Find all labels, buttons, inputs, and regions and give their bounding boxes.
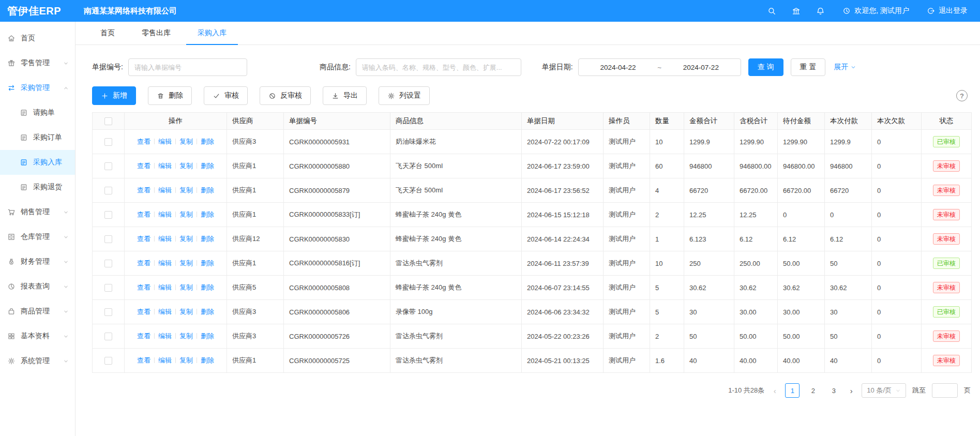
row-checkbox[interactable] [104, 138, 112, 146]
select-all-checkbox[interactable] [104, 117, 112, 125]
row-action-0[interactable]: 查看 [137, 356, 150, 364]
row-action-3[interactable]: 删除 [201, 332, 214, 340]
sidebar-item-2[interactable]: 采购管理 [0, 76, 75, 100]
row-action-2[interactable]: 复制 [179, 308, 193, 315]
row-action-1[interactable]: 编辑 [158, 259, 172, 267]
sidebar-item-5[interactable]: 采购入库 [0, 150, 75, 175]
row-action-0[interactable]: 查看 [137, 283, 150, 291]
welcome-user[interactable]: 欢迎您, 测试用户 [842, 6, 909, 16]
row-action-0[interactable]: 查看 [137, 332, 150, 340]
row-action-0[interactable]: 查看 [137, 138, 150, 145]
row-checkbox[interactable] [104, 333, 112, 340]
row-checkbox[interactable] [104, 357, 112, 365]
row-checkbox[interactable] [104, 235, 112, 243]
tab-0[interactable]: 首页 [87, 22, 128, 44]
bank-icon[interactable] [792, 7, 801, 16]
row-action-3[interactable]: 删除 [201, 283, 214, 291]
row-action-3[interactable]: 删除 [201, 235, 214, 243]
row-action-1[interactable]: 编辑 [158, 235, 172, 243]
row-action-3[interactable]: 删除 [201, 211, 214, 218]
page-button-3[interactable]: 3 [826, 383, 841, 398]
sidebar-item-6[interactable]: 采购退货 [0, 175, 75, 200]
sidebar-item-11[interactable]: 商品管理 [0, 299, 75, 324]
row-action-1[interactable]: 编辑 [158, 283, 172, 291]
bill-no-input[interactable] [128, 58, 247, 76]
help-icon[interactable]: ? [956, 90, 968, 101]
gift-icon [7, 59, 16, 67]
row-action-1[interactable]: 编辑 [158, 356, 172, 364]
sidebar-item-3[interactable]: 请购单 [0, 100, 75, 125]
row-checkbox[interactable] [104, 260, 112, 267]
audit-button[interactable]: 审核 [204, 86, 248, 105]
action-divider [197, 284, 197, 290]
row-action-2[interactable]: 复制 [179, 162, 193, 170]
cell-supplier: 供应商1 [227, 251, 284, 276]
row-checkbox[interactable] [104, 211, 112, 219]
goods-input[interactable] [356, 58, 521, 76]
sidebar-item-1[interactable]: 零售管理 [0, 51, 75, 76]
row-action-0[interactable]: 查看 [137, 259, 150, 267]
tab-1[interactable]: 零售出库 [128, 22, 184, 44]
row-action-3[interactable]: 删除 [201, 162, 214, 170]
row-action-3[interactable]: 删除 [201, 356, 214, 364]
sidebar-item-4[interactable]: 采购订单 [0, 125, 75, 150]
row-checkbox[interactable] [104, 187, 112, 194]
search-icon[interactable] [767, 7, 776, 16]
search-button[interactable]: 查 询 [748, 58, 783, 76]
row-action-0[interactable]: 查看 [137, 235, 150, 243]
row-action-1[interactable]: 编辑 [158, 138, 172, 145]
date-from[interactable]: 2024-04-22 [600, 64, 636, 71]
row-action-0[interactable]: 查看 [137, 211, 150, 218]
sidebar-item-12[interactable]: 基本资料 [0, 324, 75, 349]
cell-bill_no: CGRK00000005808 [284, 276, 390, 300]
page-button-1[interactable]: 1 [785, 383, 800, 398]
sidebar-item-9[interactable]: 财务管理 [0, 249, 75, 274]
date-to[interactable]: 2024-07-22 [683, 64, 719, 71]
page-size-select[interactable]: 10 条/页 [862, 383, 906, 398]
row-action-3[interactable]: 删除 [201, 138, 214, 145]
row-action-0[interactable]: 查看 [137, 186, 150, 194]
export-button[interactable]: 导出 [323, 86, 367, 105]
row-action-2[interactable]: 复制 [179, 356, 193, 364]
column-settings-button[interactable]: 列设置 [379, 86, 430, 105]
row-action-1[interactable]: 编辑 [158, 186, 172, 194]
row-action-2[interactable]: 复制 [179, 332, 193, 340]
logout-button[interactable]: 退出登录 [927, 6, 968, 16]
row-action-3[interactable]: 删除 [201, 186, 214, 194]
row-action-3[interactable]: 删除 [201, 308, 214, 315]
add-button[interactable]: 新增 [92, 86, 136, 105]
reset-button[interactable]: 重 置 [791, 58, 826, 76]
delete-button[interactable]: 删除 [148, 86, 192, 105]
bell-icon[interactable] [816, 7, 825, 16]
row-action-2[interactable]: 复制 [179, 186, 193, 194]
row-checkbox[interactable] [104, 162, 112, 170]
unaudit-button[interactable]: 反审核 [260, 86, 311, 105]
row-action-0[interactable]: 查看 [137, 162, 150, 170]
row-action-2[interactable]: 复制 [179, 259, 193, 267]
prev-page-button[interactable]: ‹ [771, 386, 779, 395]
sidebar-item-0[interactable]: 首页 [0, 26, 75, 51]
date-range-picker[interactable]: 2024-04-22 ~ 2024-07-22 [578, 58, 741, 76]
next-page-button[interactable]: › [847, 386, 855, 395]
row-checkbox[interactable] [104, 284, 112, 292]
row-action-2[interactable]: 复制 [179, 138, 193, 145]
jump-page-input[interactable] [932, 383, 958, 398]
sidebar-item-7[interactable]: 销售管理 [0, 200, 75, 224]
tab-2[interactable]: 采购入库 [184, 22, 240, 44]
row-action-0[interactable]: 查看 [137, 308, 150, 315]
page-button-2[interactable]: 2 [806, 383, 820, 398]
row-action-2[interactable]: 复制 [179, 283, 193, 291]
sidebar-item-10[interactable]: 报表查询 [0, 274, 75, 299]
row-action-2[interactable]: 复制 [179, 235, 193, 243]
row-action-3[interactable]: 删除 [201, 259, 214, 267]
sidebar-item-13[interactable]: 系统管理 [0, 349, 75, 373]
expand-toggle[interactable]: 展开 [834, 63, 856, 72]
row-checkbox[interactable] [104, 308, 112, 316]
row-action-1[interactable]: 编辑 [158, 211, 172, 218]
row-action-1[interactable]: 编辑 [158, 308, 172, 315]
sidebar-item-8[interactable]: 仓库管理 [0, 224, 75, 249]
row-action-2[interactable]: 复制 [179, 211, 193, 218]
cell-supplier: 供应商1 [227, 349, 284, 373]
row-action-1[interactable]: 编辑 [158, 162, 172, 170]
row-action-1[interactable]: 编辑 [158, 332, 172, 340]
